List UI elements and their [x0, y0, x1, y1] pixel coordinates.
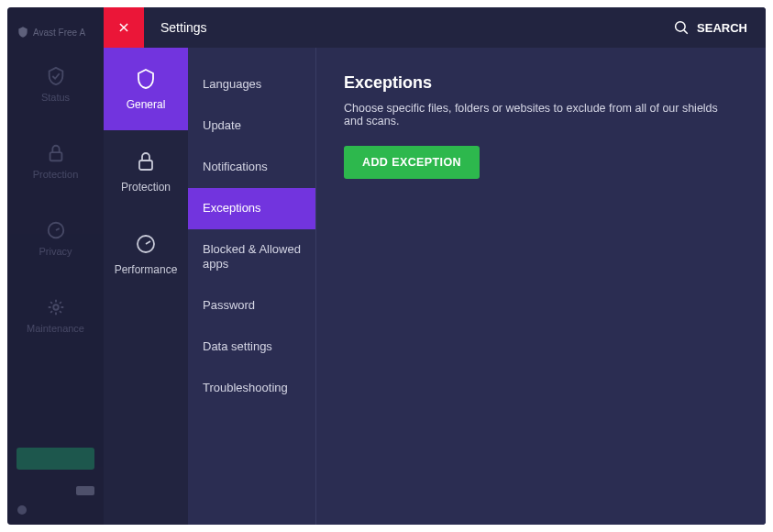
- app-logo: Avast Free A: [7, 18, 104, 46]
- main-nav-privacy[interactable]: Privacy: [7, 200, 104, 277]
- app-window: Avast Free A Status Protection Privacy M…: [7, 7, 766, 525]
- shield-icon: [135, 67, 157, 91]
- svg-rect-0: [50, 152, 61, 161]
- main-nav-label: Status: [41, 92, 70, 103]
- main-nav-label: Maintenance: [27, 323, 84, 334]
- main-nav-maintenance[interactable]: Maintenance: [7, 277, 104, 354]
- svg-rect-5: [139, 161, 152, 170]
- sub-item-troubleshooting[interactable]: Troubleshooting: [188, 368, 315, 409]
- main-sidebar: Avast Free A Status Protection Privacy M…: [7, 7, 104, 525]
- sidebar-badge: [76, 486, 94, 495]
- main-nav-label: Privacy: [39, 246, 72, 257]
- category-label: Protection: [121, 181, 171, 194]
- sub-item-exceptions[interactable]: Exceptions: [188, 188, 315, 229]
- content-description: Choose specific files, folders or websit…: [344, 102, 738, 127]
- sub-item-password[interactable]: Password: [188, 285, 315, 327]
- sub-item-data-settings[interactable]: Data settings: [188, 327, 315, 368]
- sub-sidebar: Languages Update Notifications Exception…: [188, 48, 316, 525]
- search-label: SEARCH: [697, 21, 747, 35]
- category-protection[interactable]: Protection: [104, 130, 188, 213]
- settings-header: Settings SEARCH: [104, 7, 766, 48]
- sub-item-update[interactable]: Update: [188, 105, 315, 147]
- sub-item-languages[interactable]: Languages: [188, 64, 315, 105]
- add-exception-button[interactable]: ADD EXCEPTION: [344, 146, 480, 179]
- app-name: Avast Free A: [33, 28, 85, 38]
- category-sidebar: General Protection Performance: [104, 48, 188, 525]
- svg-point-2: [53, 305, 59, 310]
- settings-title: Settings: [160, 20, 207, 35]
- main-nav-protection[interactable]: Protection: [7, 123, 104, 200]
- main-nav-label: Protection: [33, 169, 79, 180]
- sidebar-bottom-row[interactable]: [17, 504, 94, 515]
- category-general[interactable]: General: [104, 48, 188, 130]
- content-heading: Exceptions: [344, 73, 738, 93]
- sidebar-cta-button[interactable]: [17, 448, 94, 470]
- svg-point-3: [17, 505, 27, 515]
- settings-body: General Protection Performance Languages…: [104, 48, 766, 525]
- sidebar-bottom: [17, 448, 94, 515]
- search-button[interactable]: SEARCH: [673, 19, 747, 36]
- sub-item-blocked-allowed[interactable]: Blocked & Allowed apps: [188, 229, 315, 286]
- content-area: Exceptions Choose specific files, folder…: [316, 48, 766, 525]
- lock-icon: [135, 150, 157, 173]
- gauge-icon: [135, 232, 157, 256]
- category-label: Performance: [115, 263, 178, 276]
- sub-item-notifications[interactable]: Notifications: [188, 147, 315, 188]
- main-nav-status[interactable]: Status: [7, 46, 104, 123]
- svg-point-4: [676, 22, 686, 32]
- close-icon: [117, 21, 130, 34]
- close-button[interactable]: [104, 7, 144, 48]
- category-label: General: [127, 98, 166, 111]
- settings-panel: Settings SEARCH General Protection Perfo…: [104, 7, 766, 525]
- search-icon: [673, 19, 690, 36]
- category-performance[interactable]: Performance: [104, 213, 188, 295]
